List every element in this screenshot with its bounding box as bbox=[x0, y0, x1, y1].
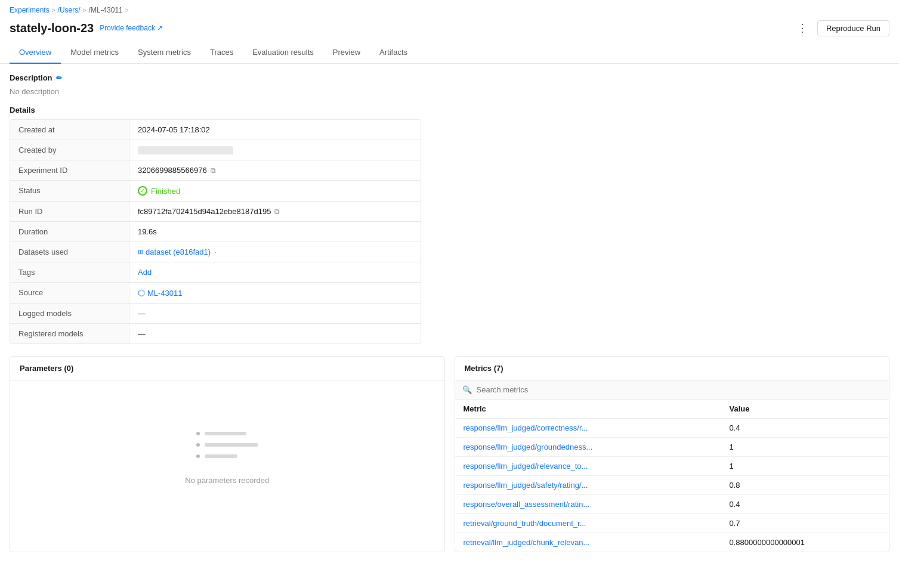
reproduce-run-button[interactable]: Reproduce Run bbox=[817, 20, 889, 36]
breadcrumb-sep3: > bbox=[125, 7, 129, 14]
details-label-status: Status bbox=[10, 181, 129, 201]
tab-traces[interactable]: Traces bbox=[200, 42, 243, 64]
details-label-registered-models: Registered models bbox=[10, 324, 129, 343]
edit-description-icon[interactable]: ✏ bbox=[56, 74, 62, 82]
breadcrumb-sep1: > bbox=[52, 7, 55, 14]
details-row-logged-models: Logged models — bbox=[10, 304, 421, 324]
details-label-created-at: Created at bbox=[10, 120, 129, 140]
metric-link[interactable]: response/llm_judged/correctness/r... bbox=[464, 423, 588, 432]
created-at-value: 2024-07-05 17:18:02 bbox=[138, 125, 210, 134]
details-value-created-by bbox=[129, 140, 421, 160]
run-id-value: fc89712fa702415d94a12ebe8187d195 bbox=[138, 207, 271, 216]
details-section: Details Created at 2024-07-05 17:18:02 C… bbox=[10, 106, 889, 344]
details-label: Details bbox=[10, 106, 35, 114]
details-label-datasets: Datasets used bbox=[10, 242, 129, 262]
details-label-logged-models: Logged models bbox=[10, 304, 129, 323]
line-1 bbox=[205, 432, 246, 435]
metric-name-cell: retrieval/ground_truth/document_r... bbox=[455, 514, 721, 533]
dataset-dot: · bbox=[214, 247, 217, 256]
metrics-table: Metric Value response/llm_judged/correct… bbox=[455, 400, 889, 552]
metric-link[interactable]: retrieval/llm_judged/chunk_relevan... bbox=[464, 538, 590, 547]
details-row-tags: Tags Add bbox=[10, 262, 421, 283]
dataset-link[interactable]: ⊞ dataset (e816fad1) bbox=[138, 247, 211, 256]
line-3 bbox=[205, 454, 237, 458]
parameters-label: Parameters (0) bbox=[20, 364, 73, 373]
details-row-run-id: Run ID fc89712fa702415d94a12ebe8187d195 … bbox=[10, 202, 421, 222]
metric-value-cell: 0.4 bbox=[721, 419, 889, 438]
parameters-box: Parameters (0) bbox=[10, 356, 445, 552]
status-check-icon: ✓ bbox=[138, 186, 147, 196]
page-header-left: stately-loon-23 Provide feedback ↗ bbox=[10, 21, 163, 35]
dot-1 bbox=[196, 432, 200, 435]
details-value-registered-models: — bbox=[129, 324, 421, 343]
breadcrumb: Experiments > /Users/ > /ML-43011 > bbox=[0, 0, 899, 17]
dataset-table-icon: ⊞ bbox=[138, 248, 143, 256]
external-link-icon: ↗ bbox=[157, 24, 163, 32]
breadcrumb-run: /ML-43011 bbox=[88, 6, 122, 14]
metric-link[interactable]: response/overall_assessment/ratin... bbox=[464, 500, 590, 509]
metric-value-cell: 1 bbox=[721, 457, 889, 476]
tabs-bar: Overview Model metrics System metrics Tr… bbox=[0, 42, 899, 64]
metric-value-cell: 0.8800000000000001 bbox=[721, 533, 889, 552]
tab-preview[interactable]: Preview bbox=[323, 42, 370, 64]
metrics-table-header-row: Metric Value bbox=[455, 400, 889, 419]
details-value-logged-models: — bbox=[129, 304, 421, 323]
metric-value-cell: 0.8 bbox=[721, 476, 889, 495]
metric-link[interactable]: response/llm_judged/relevance_to... bbox=[464, 462, 588, 471]
tab-model-metrics[interactable]: Model metrics bbox=[61, 42, 128, 64]
parameters-header: Parameters (0) bbox=[10, 357, 444, 380]
breadcrumb-users[interactable]: /Users/ bbox=[58, 6, 81, 14]
details-value-tags: Add bbox=[129, 262, 421, 282]
source-name: ML-43011 bbox=[147, 289, 183, 298]
details-row-source: Source ⬡ ML-43011 bbox=[10, 283, 421, 304]
tab-evaluation-results[interactable]: Evaluation results bbox=[243, 42, 323, 64]
tab-system-metrics[interactable]: System metrics bbox=[128, 42, 200, 64]
dot-3 bbox=[196, 454, 200, 458]
page-title: stately-loon-23 bbox=[10, 21, 94, 35]
registered-models-value: — bbox=[138, 329, 146, 338]
source-link[interactable]: ⬡ ML-43011 bbox=[138, 288, 183, 298]
duration-value: 19.6s bbox=[138, 227, 157, 236]
main-content: Description ✏ No description Details Cre… bbox=[0, 64, 899, 562]
search-icon: 🔍 bbox=[462, 385, 472, 394]
details-table: Created at 2024-07-05 17:18:02 Created b… bbox=[10, 119, 421, 344]
metric-name-cell: response/llm_judged/groundedness... bbox=[455, 438, 721, 457]
metrics-table-row: retrieval/ground_truth/document_r... 0.7 bbox=[455, 514, 889, 533]
metrics-header: Metrics (7) bbox=[455, 357, 889, 380]
details-label-source: Source bbox=[10, 283, 129, 303]
copy-experiment-id-icon[interactable]: ⧉ bbox=[211, 166, 216, 175]
tab-overview[interactable]: Overview bbox=[10, 42, 61, 64]
metric-link[interactable]: retrieval/ground_truth/document_r... bbox=[464, 519, 586, 528]
details-value-run-id: fc89712fa702415d94a12ebe8187d195 ⧉ bbox=[129, 202, 421, 221]
more-options-button[interactable]: ⋮ bbox=[792, 19, 813, 37]
metric-value-cell: 0.4 bbox=[721, 495, 889, 514]
source-box-icon: ⬡ bbox=[138, 288, 145, 298]
metrics-table-row: response/llm_judged/groundedness... 1 bbox=[455, 438, 889, 457]
page-header: stately-loon-23 Provide feedback ↗ ⋮ Rep… bbox=[0, 17, 899, 42]
experiment-id-value: 3206699885566976 bbox=[138, 166, 207, 175]
details-label-tags: Tags bbox=[10, 262, 129, 282]
add-tag-link[interactable]: Add bbox=[138, 268, 152, 277]
line-2 bbox=[205, 443, 258, 447]
metrics-search-input[interactable] bbox=[477, 385, 882, 394]
metrics-box: Metrics (7) 🔍 Metric Value response/llm_… bbox=[455, 356, 890, 552]
metric-link[interactable]: response/llm_judged/safety/rating/... bbox=[464, 481, 588, 490]
details-row-duration: Duration 19.6s bbox=[10, 222, 421, 242]
details-value-experiment-id: 3206699885566976 ⧉ bbox=[129, 160, 421, 180]
empty-parameters-label: No parameters recorded bbox=[185, 476, 269, 485]
details-value-source: ⬡ ML-43011 bbox=[129, 283, 421, 303]
status-finished: ✓ Finished bbox=[138, 186, 180, 196]
description-value: No description bbox=[10, 87, 889, 96]
page-header-right: ⋮ Reproduce Run bbox=[792, 19, 889, 37]
created-by-blurred bbox=[138, 146, 233, 154]
details-value-created-at: 2024-07-05 17:18:02 bbox=[129, 120, 421, 140]
feedback-link[interactable]: Provide feedback ↗ bbox=[100, 24, 163, 32]
dot-2 bbox=[196, 443, 200, 447]
metric-value-cell: 0.7 bbox=[721, 514, 889, 533]
breadcrumb-experiments[interactable]: Experiments bbox=[10, 6, 50, 14]
metrics-table-row: response/llm_judged/correctness/r... 0.4 bbox=[455, 419, 889, 438]
tab-artifacts[interactable]: Artifacts bbox=[370, 42, 417, 64]
copy-run-id-icon[interactable]: ⧉ bbox=[274, 208, 280, 216]
details-row-datasets: Datasets used ⊞ dataset (e816fad1) · bbox=[10, 242, 421, 262]
metric-link[interactable]: response/llm_judged/groundedness... bbox=[464, 442, 593, 451]
